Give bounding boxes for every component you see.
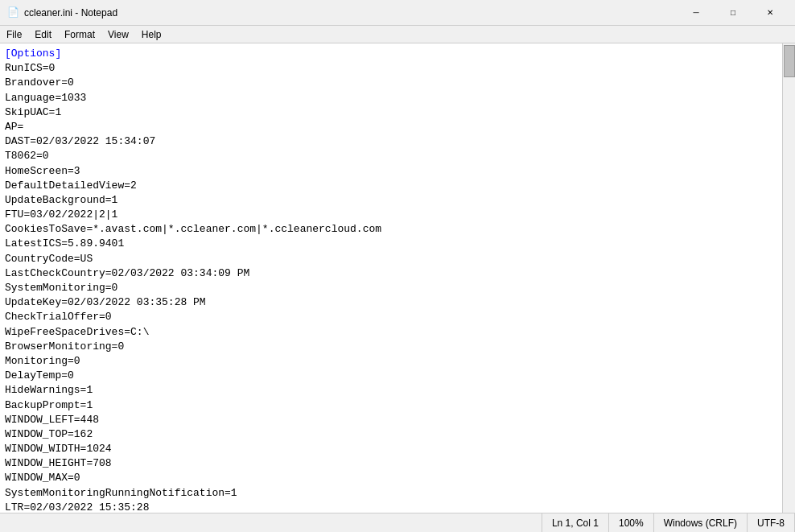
window-controls: ─ □ ✕ [678,0,789,26]
window-title: ccleaner.ini - Notepad [24,7,678,19]
menu-file[interactable]: File [0,26,28,43]
status-line-ending: Windows (CRLF) [654,513,748,532]
title-bar: 📄 ccleaner.ini - Notepad ─ □ ✕ [0,0,795,26]
close-button[interactable]: ✕ [752,0,789,26]
app-icon: 📄 [6,6,19,19]
status-encoding: UTF-8 [748,513,795,532]
status-zoom: 100% [609,513,654,532]
maximize-button[interactable]: □ [715,0,752,26]
menu-view[interactable]: View [101,26,135,43]
menu-format[interactable]: Format [58,26,101,43]
menu-bar: File Edit Format View Help [0,26,795,43]
vertical-scrollbar[interactable] [782,43,795,513]
status-empty [0,513,542,532]
status-bar: Ln 1, Col 1 100% Windows (CRLF) UTF-8 [0,513,795,532]
menu-edit[interactable]: Edit [28,26,58,43]
minimize-button[interactable]: ─ [678,0,715,26]
editor-content[interactable]: [Options] RunICS=0 Brandover=0 Language=… [0,43,782,513]
editor-container: [Options] RunICS=0 Brandover=0 Language=… [0,43,795,513]
scrollbar-thumb[interactable] [784,45,795,77]
menu-help[interactable]: Help [135,26,168,43]
editor-text: [Options] RunICS=0 Brandover=0 Language=… [5,47,777,513]
status-position: Ln 1, Col 1 [542,513,609,532]
